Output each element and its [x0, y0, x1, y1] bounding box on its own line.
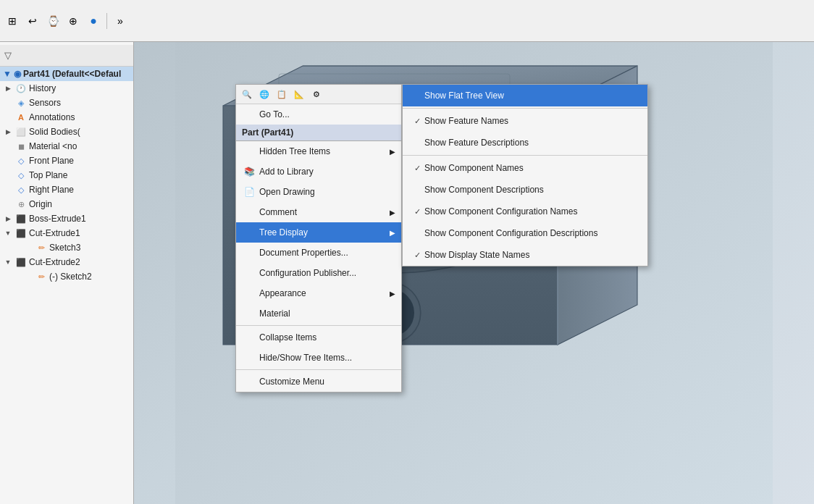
menu-item-doc-props[interactable]: Document Properties...: [236, 243, 401, 263]
appearance-icon: [242, 286, 256, 301]
zoom-icon-btn[interactable]: 🔍: [239, 86, 255, 102]
expand-top-plane[interactable]: [3, 170, 13, 180]
tree-display-icon: [242, 225, 256, 240]
tree-item-boss[interactable]: ▶ ⬛ Boss-Extrude1: [0, 211, 133, 226]
viewport[interactable]: 🔍 🌐 📋 📐 ⚙ Go To... Part (Part41): [134, 42, 814, 504]
annotations-label: Annotations: [29, 112, 75, 122]
boss-label: Boss-Extrude1: [29, 214, 86, 224]
submenu-item-feature-names[interactable]: Show Feature Names: [403, 110, 647, 132]
menu-item-customize[interactable]: Customize Menu: [236, 371, 401, 392]
hidden-tree-label: Hidden Tree Items: [259, 146, 330, 156]
menu-item-tree-display[interactable]: Tree Display ▶: [236, 222, 401, 243]
toolbar-btn-5[interactable]: ●: [84, 12, 103, 30]
tree-item-front-plane[interactable]: ◇ Front Plane: [0, 154, 133, 168]
menu-item-hide-show[interactable]: Hide/Show Tree Items...: [236, 348, 401, 368]
menu-item-hidden-tree[interactable]: Hidden Tree Items ▶: [236, 141, 401, 161]
comp-names-label: Show Component Names: [424, 163, 524, 173]
toolbar-btn-3[interactable]: ⌚: [43, 12, 62, 30]
material-label: Material <no: [29, 141, 77, 151]
config-pub-label: Configuration Publisher...: [259, 268, 356, 278]
expand-sketch2[interactable]: [23, 272, 33, 282]
add-library-label: Add to Library: [259, 167, 314, 177]
menu-item-material[interactable]: Material: [236, 303, 401, 324]
settings-icon-btn[interactable]: ⚙: [309, 86, 324, 102]
expand-front-plane[interactable]: [3, 156, 13, 166]
expand-history[interactable]: ▶: [3, 83, 13, 93]
feature-names-check: [410, 114, 424, 128]
hidden-tree-arrow: ▶: [390, 148, 395, 156]
submenu-item-feature-desc[interactable]: Show Feature Descriptions: [403, 132, 647, 154]
comp-config-names-check: [410, 204, 424, 219]
expand-cut1[interactable]: ▼: [3, 228, 13, 238]
filter-icon: ▽: [4, 50, 12, 61]
menu-item-add-library[interactable]: 📚 Add to Library: [236, 161, 401, 182]
comp-config-desc-check: [410, 226, 424, 240]
tree-item-cut-extrude1[interactable]: ▼ ⬛ Cut-Extrude1: [0, 226, 133, 240]
feature-desc-check: [410, 135, 424, 150]
solid-label: Solid Bodies(: [29, 127, 80, 137]
origin-label: Origin: [29, 199, 52, 209]
submenu-item-comp-config-desc[interactable]: Show Component Configuration Description…: [403, 222, 647, 244]
sketch3-label: Sketch3: [49, 243, 80, 253]
right-plane-label: Right Plane: [29, 185, 74, 195]
tree-item-origin[interactable]: ⊕ Origin: [0, 197, 133, 211]
comment-icon: [242, 205, 256, 219]
submenu-item-comp-config-names[interactable]: Show Component Configuration Names: [403, 201, 647, 222]
sensors-icon: ◈: [15, 97, 27, 109]
context-mini-toolbar: 🔍 🌐 📋 📐 ⚙: [236, 85, 401, 104]
tree-item-solid-bodies[interactable]: ▶ ⬜ Solid Bodies(: [0, 125, 133, 139]
hide-show-icon: [242, 350, 256, 365]
copy-icon-btn[interactable]: 📋: [274, 86, 290, 102]
add-library-icon: 📚: [242, 164, 256, 179]
menu-item-config-pub[interactable]: Configuration Publisher...: [236, 263, 401, 283]
measure-icon-btn[interactable]: 📐: [291, 86, 307, 102]
submenu-item-comp-names[interactable]: Show Component Names: [403, 157, 647, 179]
feature-desc-label: Show Feature Descriptions: [424, 138, 529, 148]
material-label: Material: [259, 308, 290, 319]
tree-display-label: Tree Display: [259, 227, 308, 238]
menu-item-comment[interactable]: Comment ▶: [236, 202, 401, 222]
history-label: History: [29, 83, 56, 93]
cut1-icon: ⬛: [15, 227, 27, 239]
expand-origin[interactable]: [3, 199, 13, 209]
comp-config-desc-label: Show Component Configuration Description…: [424, 228, 597, 238]
expand-boss[interactable]: ▶: [3, 214, 13, 224]
toolbar-btn-4[interactable]: ⊕: [64, 12, 83, 30]
flat-tree-check: [410, 88, 424, 103]
globe-icon-btn[interactable]: 🌐: [256, 86, 272, 102]
menu-item-appearance[interactable]: Appearance ▶: [236, 283, 401, 303]
menu-item-collapse[interactable]: Collapse Items: [236, 327, 401, 348]
toolbar-btn-2[interactable]: ↩: [23, 12, 42, 30]
tree-item-material[interactable]: ◼ Material <no: [0, 139, 133, 154]
origin-icon: ⊕: [15, 198, 27, 210]
expand-sensors[interactable]: [3, 98, 13, 108]
tree-item-sensors[interactable]: ◈ Sensors: [0, 96, 133, 110]
annotations-icon: A: [15, 112, 27, 123]
tree-item-cut-extrude2[interactable]: ▼ ⬛ Cut-Extrude2: [0, 255, 133, 269]
menu-item-goto[interactable]: Go To...: [236, 104, 401, 125]
submenu-item-display-state[interactable]: Show Display State Names: [403, 244, 647, 266]
submenu-item-comp-desc[interactable]: Show Component Descriptions: [403, 179, 647, 201]
app-window: ⊞ ↩ ⌚ ⊕ ● » ▽ ▼ ◉ Part41 (Default<<Defau…: [0, 0, 814, 504]
menu-part-header: Part (Part41): [236, 125, 401, 141]
material-icon: [242, 306, 256, 321]
tree-item-right-plane[interactable]: ◇ Right Plane: [0, 182, 133, 197]
toolbar-btn-1[interactable]: ⊞: [3, 12, 22, 30]
tree-item-sketch3[interactable]: ✏ Sketch3: [0, 240, 133, 255]
expand-annotations[interactable]: [3, 112, 13, 122]
expand-sketch3[interactable]: [23, 243, 33, 253]
tree-item-annotations[interactable]: A Annotations: [0, 110, 133, 125]
toolbar-btn-more[interactable]: »: [111, 12, 130, 30]
tree-item-top-plane[interactable]: ◇ Top Plane: [0, 168, 133, 182]
expand-solid[interactable]: ▶: [3, 127, 13, 137]
tree-item-sketch2[interactable]: ✏ (-) Sketch2: [0, 269, 133, 284]
config-pub-icon: [242, 266, 256, 280]
history-icon: 🕐: [15, 83, 27, 94]
part-label[interactable]: ▼ ◉ Part41 (Default<<Defaul: [0, 67, 133, 81]
submenu-item-flat-tree[interactable]: Show Flat Tree View: [403, 85, 647, 106]
tree-item-history[interactable]: ▶ 🕐 History: [0, 81, 133, 96]
menu-item-open-drawing[interactable]: 📄 Open Drawing: [236, 182, 401, 202]
expand-right-plane[interactable]: [3, 185, 13, 195]
expand-cut2[interactable]: ▼: [3, 257, 13, 267]
expand-material[interactable]: [3, 141, 13, 151]
